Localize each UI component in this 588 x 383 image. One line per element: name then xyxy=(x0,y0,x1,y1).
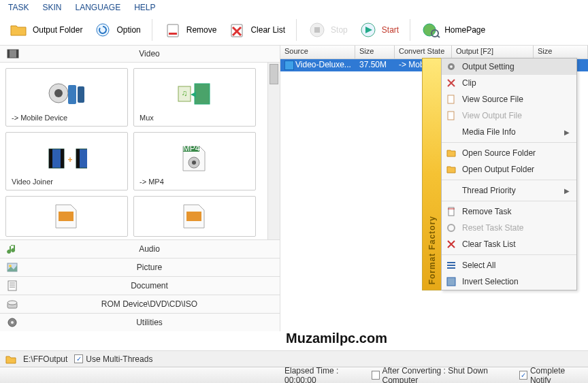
svg-text:♫: ♫ xyxy=(182,88,188,98)
multi-threads-checkbox[interactable]: ✓ Use Multi-Threads xyxy=(74,354,152,364)
menu-skin[interactable]: SKIN xyxy=(42,3,61,12)
context-menu-item[interactable]: Select All xyxy=(442,257,576,273)
category-label: Audio xyxy=(26,244,273,254)
context-menu-item[interactable]: Open Output Folder xyxy=(442,161,576,178)
folder-icon xyxy=(5,354,16,364)
homepage-button[interactable]: HomePage xyxy=(417,18,489,42)
output-path-label[interactable]: E:\FFOutput xyxy=(23,354,67,364)
col-source[interactable]: Source xyxy=(280,46,355,59)
tile-mp4[interactable]: MP4 -> MP4 xyxy=(133,132,256,190)
folder-icon xyxy=(446,148,457,159)
context-menu-item[interactable]: Open Source Folder xyxy=(442,145,576,161)
context-menu-item: Reset Task State xyxy=(442,220,576,236)
video-file-icon xyxy=(284,61,294,70)
file-icon xyxy=(174,201,215,232)
context-menu-item[interactable]: Thread Priority▶ xyxy=(442,182,576,199)
homepage-label: HomePage xyxy=(444,25,485,35)
brand-text: Format Factory xyxy=(427,210,437,290)
svg-rect-2 xyxy=(169,33,177,35)
film-icon xyxy=(7,48,20,59)
menu-language[interactable]: LANGUAGE xyxy=(75,3,120,12)
option-button[interactable]: Option xyxy=(89,18,144,42)
remove-label: Remove xyxy=(186,25,217,35)
complete-notify-checkbox[interactable]: ✓ Complete Notify xyxy=(519,366,583,384)
svg-rect-50 xyxy=(448,112,454,120)
blank-icon xyxy=(446,185,457,196)
menu-help[interactable]: HELP xyxy=(134,3,155,12)
context-menu-item[interactable]: Clear Task List xyxy=(442,236,576,252)
context-menu-item-label: Open Source Folder xyxy=(462,148,536,158)
category-document[interactable]: Document xyxy=(0,276,280,295)
svg-rect-12 xyxy=(16,50,18,58)
category-audio[interactable]: Audio xyxy=(0,239,280,258)
category-picture[interactable]: Picture xyxy=(0,258,280,276)
category-header-video[interactable]: Video xyxy=(0,46,280,63)
tile-mux[interactable]: ♫ Mux xyxy=(133,68,256,127)
tile-extra-2[interactable] xyxy=(133,196,256,237)
statusbar-bottom: Elapsed Time : 00:00:00 After Converting… xyxy=(0,367,588,383)
category-rom[interactable]: ROM Device\DVD\CD\ISO xyxy=(0,295,280,313)
globe-icon xyxy=(421,20,440,39)
category-label: ROM Device\DVD\CD\ISO xyxy=(26,299,273,309)
mux-icon: ♫ xyxy=(174,78,215,111)
clear-list-button[interactable]: Clear List xyxy=(223,18,289,42)
context-menu-item-label: Open Output Folder xyxy=(462,165,534,174)
stop-icon xyxy=(308,20,327,39)
context-menu-item-label: Thread Priority xyxy=(462,186,516,195)
category-utilities[interactable]: Utilities xyxy=(0,313,280,331)
menu-bar: TASK SKIN LANGUAGE HELP xyxy=(0,0,588,15)
tiles-scrollbar[interactable] xyxy=(267,63,280,239)
watermark-text: Muzamilpc.com xyxy=(286,331,387,346)
toolbar: Output Folder Option Remove Clear List S… xyxy=(0,15,588,46)
context-menu-item[interactable]: Media File Info▶ xyxy=(442,124,576,140)
context-menu-item-label: View Output File xyxy=(462,111,522,120)
mobile-device-icon xyxy=(46,78,87,111)
invert-icon xyxy=(446,276,457,287)
context-menu-item[interactable]: Invert Selection xyxy=(442,273,576,290)
toolbar-separator xyxy=(410,19,410,41)
tile-extra-1[interactable] xyxy=(5,196,128,237)
context-menu-item[interactable]: Remove Task xyxy=(442,203,576,220)
svg-rect-25 xyxy=(76,149,80,168)
menu-task[interactable]: TASK xyxy=(8,3,29,12)
reset-icon xyxy=(446,222,457,233)
col-size2[interactable]: Size xyxy=(534,46,588,59)
tile-label: -> Mobile Device xyxy=(12,114,67,122)
checkbox-icon: ✓ xyxy=(519,371,527,380)
svg-line-9 xyxy=(437,35,440,37)
context-menu-separator xyxy=(442,254,576,255)
col-output[interactable]: Output [F2] xyxy=(452,46,534,59)
stop-button[interactable]: Stop xyxy=(304,18,352,42)
file-icon xyxy=(46,201,87,232)
tile-video-joiner[interactable]: + Video Joiner xyxy=(5,132,128,190)
shutdown-label: After Converting : Shut Down Computer xyxy=(382,366,513,384)
col-state[interactable]: Convert State xyxy=(395,46,452,59)
svg-rect-55 xyxy=(447,265,455,266)
category-label: Document xyxy=(26,281,273,290)
context-menu-item[interactable]: View Source File xyxy=(442,91,576,107)
context-menu-item-label: Remove Task xyxy=(462,207,511,216)
context-menu-item-label: Clip xyxy=(462,78,476,88)
gear-icon xyxy=(7,317,20,328)
checkbox-icon xyxy=(372,371,380,380)
svg-text:MP4: MP4 xyxy=(183,144,200,153)
context-menu-item-label: View Source File xyxy=(462,95,523,104)
context-menu-item[interactable]: Output Setting xyxy=(442,59,576,75)
context-menu-item[interactable]: Clip xyxy=(442,75,576,91)
folder-icon xyxy=(10,20,29,39)
category-label: Picture xyxy=(26,263,273,272)
toolbar-separator xyxy=(152,19,152,41)
svg-rect-56 xyxy=(447,267,455,269)
start-button[interactable]: Start xyxy=(355,18,403,42)
tile-label: Mux xyxy=(140,114,154,122)
category-label: Video xyxy=(26,49,273,59)
col-size[interactable]: Size xyxy=(355,46,395,59)
output-folder-button[interactable]: Output Folder xyxy=(5,18,86,42)
tile-mobile-device[interactable]: -> Mobile Device xyxy=(5,68,128,127)
file-icon xyxy=(446,110,457,121)
svg-text:+: + xyxy=(67,155,72,165)
shutdown-checkbox[interactable]: After Converting : Shut Down Computer xyxy=(372,366,512,384)
remove-button[interactable]: Remove xyxy=(159,18,221,42)
context-menu-item-label: Select All xyxy=(462,261,495,270)
context-menu: Output SettingClipView Source FileView O… xyxy=(441,58,577,290)
